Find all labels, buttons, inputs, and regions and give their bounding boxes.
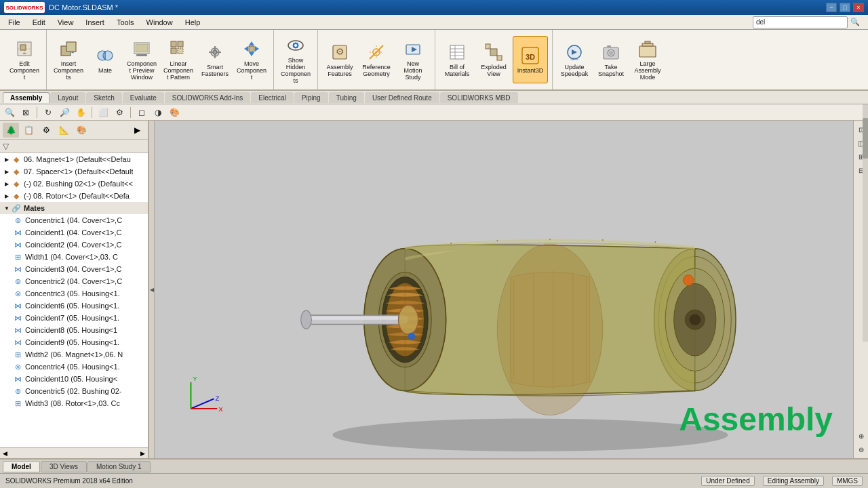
tree-item-coincident9[interactable]: ⋈ Coincident9 (05. Housing<1. bbox=[0, 336, 148, 348]
tab-tubing[interactable]: Tubing bbox=[329, 92, 364, 103]
update-speedpak-button[interactable]: SPK Update Speedpak bbox=[557, 36, 592, 83]
tree-text-concentric3: Concentric3 (05. Housing<1. bbox=[25, 289, 120, 298]
rotate-btn[interactable]: ↻ bbox=[41, 106, 55, 119]
feature-tree-icon[interactable]: 🌲 bbox=[3, 123, 19, 138]
assembly-features-button[interactable]: ⚙ Assembly Features bbox=[322, 36, 357, 83]
3d-viewport[interactable]: Z X Y Assembly bbox=[155, 121, 853, 458]
instant3d-button[interactable]: 3D Instant3D bbox=[513, 36, 548, 83]
panel-forward-btn[interactable]: ▶ bbox=[129, 123, 145, 138]
component-preview-icon bbox=[131, 38, 153, 60]
tree-scroll-left[interactable]: ◀ bbox=[3, 450, 7, 457]
tree-item-coincident1[interactable]: ⋈ Coincident1 (04. Cover<1>,C bbox=[0, 226, 148, 239]
move-component-button[interactable]: Move Component bbox=[234, 35, 269, 84]
tree-item-coincident10[interactable]: ⋈ Coincident10 (05. Housing< bbox=[0, 373, 148, 385]
tree-text-width2: Width2 (06. Magnet<1>,06. N bbox=[25, 350, 123, 359]
linear-pattern-button[interactable]: Linear Component Pattern bbox=[161, 35, 196, 84]
tab-sketch[interactable]: Sketch bbox=[86, 92, 122, 103]
tab-assembly[interactable]: Assembly bbox=[3, 92, 50, 103]
tree-scroll-right[interactable]: ▶ bbox=[140, 450, 145, 457]
menu-file[interactable]: File bbox=[3, 17, 26, 28]
search-toolbar-btn[interactable]: 🔍 bbox=[3, 106, 16, 119]
bill-materials-button[interactable]: Bill of Materials bbox=[439, 36, 475, 83]
tab-solidworks-mbd[interactable]: SOLIDWORKS MBD bbox=[440, 92, 518, 103]
snapshot-button[interactable]: Take Snapshot bbox=[593, 36, 629, 83]
tree-item-rotor[interactable]: ▶ ◆ (-) 08. Rotor<1> (Default<<Defa bbox=[0, 190, 148, 202]
menu-tools[interactable]: Tools bbox=[111, 17, 140, 28]
close-button[interactable]: × bbox=[853, 3, 864, 12]
tree-item-spacer[interactable]: ▶ ◆ 07. Spacer<1> (Default<<Default bbox=[0, 165, 148, 178]
right-btn-5[interactable]: ⊕ bbox=[855, 430, 867, 442]
tree-item-concentric4[interactable]: ⊚ Concentric4 (05. Housing<1. bbox=[0, 361, 148, 373]
tree-expand-rotor[interactable]: ▶ bbox=[3, 192, 11, 200]
component-preview-button[interactable]: Component Preview Window bbox=[124, 35, 159, 84]
restore-button[interactable]: □ bbox=[840, 3, 850, 12]
new-motion-button[interactable]: New Motion Study bbox=[395, 35, 431, 84]
tree-expand-mates[interactable]: ▼ bbox=[3, 204, 11, 212]
tree-expand-spacer[interactable]: ▶ bbox=[3, 167, 11, 176]
tab-layout[interactable]: Layout bbox=[50, 92, 85, 103]
tree-expand-bushing[interactable]: ▶ bbox=[3, 180, 11, 188]
menu-insert[interactable]: Insert bbox=[80, 17, 110, 28]
display-style-btn[interactable]: ◻ bbox=[135, 106, 149, 119]
standard-view-btn[interactable]: ⬜ bbox=[96, 106, 110, 119]
tab-user-defined-route[interactable]: User Defined Route bbox=[365, 92, 439, 103]
tree-item-concentric2[interactable]: ⊚ Concentric2 (04. Cover<1>,C bbox=[0, 275, 148, 287]
view-settings-btn[interactable]: ⚙ bbox=[113, 106, 126, 119]
tree-item-width1[interactable]: ⊞ Width1 (04. Cover<1>,03. C bbox=[0, 251, 148, 263]
tree-item-concentric3[interactable]: ⊚ Concentric3 (05. Housing<1. bbox=[0, 287, 148, 300]
tree-item-coincident8[interactable]: ⋈ Coincident8 (05. Housing<1 bbox=[0, 324, 148, 336]
tree-item-coincident6[interactable]: ⋈ Coincident6 (05. Housing<1. bbox=[0, 300, 148, 312]
minimize-button[interactable]: − bbox=[826, 3, 837, 12]
tree-item-mates-header[interactable]: ▼ 🔗 Mates bbox=[0, 202, 148, 214]
appearance-manager-icon[interactable]: 🎨 bbox=[73, 123, 90, 138]
show-hidden-button[interactable]: Show Hidden Components bbox=[278, 32, 313, 87]
tree-item-magnet[interactable]: ▶ ◆ 06. Magnet<1> (Default<<Defau bbox=[0, 153, 148, 165]
menu-window[interactable]: Window bbox=[141, 17, 178, 28]
right-btn-6[interactable]: ⊖ bbox=[855, 443, 867, 455]
bill-materials-icon bbox=[446, 41, 468, 63]
tab-piping[interactable]: Piping bbox=[294, 92, 328, 103]
tab-evaluate[interactable]: Evaluate bbox=[123, 92, 164, 103]
smart-fasteners-button[interactable]: Smart Fasteners bbox=[197, 36, 233, 83]
section-view-btn[interactable]: ◑ bbox=[151, 106, 165, 119]
svg-rect-26 bbox=[249, 46, 254, 52]
config-manager-icon[interactable]: ⚙ bbox=[38, 123, 54, 138]
svg-text:SPK: SPK bbox=[570, 57, 578, 61]
edit-component-button[interactable]: ✏ Edit Component bbox=[7, 35, 42, 84]
search-button[interactable]: 🔍 bbox=[850, 18, 860, 26]
property-manager-icon[interactable]: 📋 bbox=[20, 123, 37, 138]
exploded-view-button[interactable]: Exploded View bbox=[476, 36, 511, 83]
tree-item-concentric1[interactable]: ⊚ Concentric1 (04. Cover<1>,C bbox=[0, 214, 148, 226]
tree-item-bushing[interactable]: ▶ ◆ (-) 02. Bushing 02<1> (Default<< bbox=[0, 178, 148, 190]
tab-solidworks-addins[interactable]: SOLIDWORKS Add-Ins bbox=[165, 92, 250, 103]
move-component-icon bbox=[241, 38, 262, 60]
tree-item-coincident7[interactable]: ⋈ Coincident7 (05. Housing<1. bbox=[0, 312, 148, 324]
tab-model[interactable]: Model bbox=[3, 461, 40, 472]
dim-expert-icon[interactable]: 📐 bbox=[56, 123, 72, 138]
menu-view[interactable]: View bbox=[52, 17, 79, 28]
zoom-btn[interactable]: 🔎 bbox=[58, 106, 71, 119]
tree-item-concentric5[interactable]: ⊚ Concentric5 (02. Bushing 02- bbox=[0, 385, 148, 397]
tab-electrical[interactable]: Electrical bbox=[251, 92, 294, 103]
large-assembly-button[interactable]: Large Assembly Mode bbox=[630, 35, 665, 84]
mate-button[interactable]: Mate bbox=[87, 36, 123, 83]
tree-icon-concentric2: ⊚ bbox=[12, 276, 23, 287]
tree-item-coincident3[interactable]: ⋈ Coincident3 (04. Cover<1>,C bbox=[0, 263, 148, 275]
tree-item-coincident2[interactable]: ⋈ Coincident2 (04. Cover<1>,C bbox=[0, 239, 148, 251]
tab-motion-study-1[interactable]: Motion Study 1 bbox=[87, 461, 151, 472]
filter-btn[interactable]: ⊠ bbox=[19, 106, 33, 119]
window-title: DC Motor.SLDASM * bbox=[49, 3, 118, 12]
menu-edit[interactable]: Edit bbox=[27, 17, 51, 28]
svg-marker-23 bbox=[249, 52, 254, 56]
secondary-toolbar: 🔍 ⊠ ↻ 🔎 ✋ ⬜ ⚙ ◻ ◑ 🎨 bbox=[0, 104, 868, 121]
insert-components-button[interactable]: + Insert Components bbox=[51, 35, 86, 84]
pan-btn[interactable]: ✋ bbox=[74, 106, 87, 119]
tree-item-width2[interactable]: ⊞ Width2 (06. Magnet<1>,06. N bbox=[0, 348, 148, 361]
tree-item-width3[interactable]: ⊞ Width3 (08. Rotor<1>,03. Cc bbox=[0, 397, 148, 409]
panel-collapse-handle[interactable]: ◀ bbox=[149, 121, 155, 458]
reference-geometry-button[interactable]: Reference Geometry bbox=[359, 36, 394, 83]
tab-3d-views[interactable]: 3D Views bbox=[41, 461, 87, 472]
appearance-btn[interactable]: 🎨 bbox=[167, 106, 181, 119]
tree-expand-magnet[interactable]: ▶ bbox=[3, 155, 11, 163]
menu-help[interactable]: Help bbox=[180, 17, 206, 28]
